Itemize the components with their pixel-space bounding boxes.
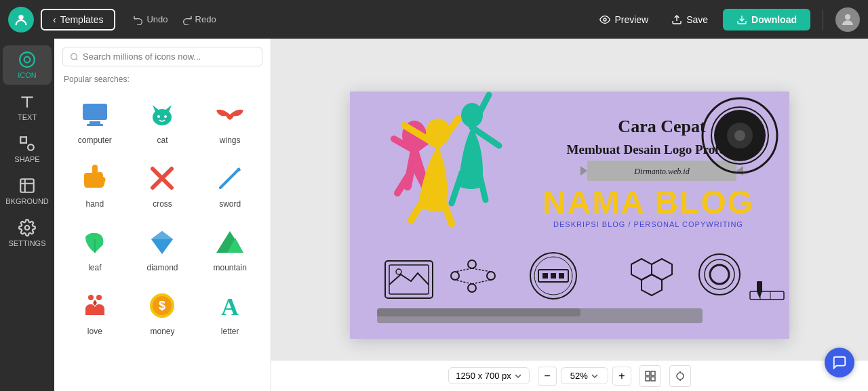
hand-label: hand: [85, 199, 104, 209]
diamond-label: diamond: [146, 263, 178, 272]
svg-rect-98: [377, 308, 580, 316]
sidebar-item-shape[interactable]: SHAPE: [3, 129, 52, 169]
sidebar-item-background[interactable]: BKGROUND: [3, 171, 52, 211]
leaf-icon-img: [78, 225, 112, 259]
zoom-display: 52%: [561, 367, 608, 384]
topbar: ‹ Templates Undo Redo Preview Save Downl…: [0, 0, 868, 39]
svg-point-0: [18, 14, 23, 19]
avatar[interactable]: [835, 7, 860, 32]
icon-cell-cat[interactable]: cat: [129, 89, 197, 153]
fit-button[interactable]: [669, 365, 691, 387]
background-tool-icon: [18, 177, 36, 194]
search-input[interactable]: [83, 52, 255, 62]
topbar-divider: [823, 9, 823, 30]
svg-rect-102: [651, 377, 655, 381]
icon-cell-wings[interactable]: wings: [196, 89, 264, 153]
letter-icon-img: A: [213, 289, 247, 323]
sidebar-item-text[interactable]: TEXT: [3, 87, 52, 127]
svg-line-25: [220, 170, 238, 188]
icon-cell-cross[interactable]: cross: [129, 153, 197, 217]
svg-point-68: [734, 130, 745, 141]
money-label: money: [150, 327, 174, 336]
svg-point-33: [96, 295, 102, 300]
computer-label: computer: [78, 136, 112, 145]
preview-label: Preview: [614, 14, 648, 25]
sidebar-item-background-label: BKGROUND: [5, 197, 49, 205]
diamond-icon-img: [145, 225, 179, 259]
undo-button[interactable]: Undo: [127, 10, 173, 29]
svg-point-4: [845, 14, 850, 20]
sword-icon-img: [213, 161, 247, 195]
svg-rect-95: [757, 281, 762, 291]
icon-cell-leaf[interactable]: leaf: [61, 217, 129, 281]
text-tool-icon: [18, 93, 36, 110]
search-input-wrap[interactable]: [62, 47, 262, 66]
icon-cell-mountain[interactable]: mountain: [196, 217, 264, 281]
search-bar: [54, 39, 271, 72]
love-label: love: [87, 327, 102, 336]
grid-button[interactable]: [639, 365, 661, 387]
wings-icon-img: [213, 98, 247, 131]
icon-grid: computer cat wings hand: [54, 89, 271, 351]
canvas-wrapper[interactable]: Cara Cepat Membuat Desain Logo Profesion…: [350, 91, 789, 339]
icon-cell-money[interactable]: $ money: [129, 281, 197, 344]
sidebar-item-icon[interactable]: ICON: [3, 45, 52, 85]
templates-label: Templates: [60, 14, 104, 25]
svg-rect-16: [90, 121, 100, 124]
sidebar-item-settings[interactable]: SETTINGS: [3, 213, 52, 253]
icon-tool-icon: [18, 51, 36, 68]
cat-label: cat: [157, 136, 167, 145]
chat-bubble[interactable]: [825, 348, 854, 377]
undo-label: Undo: [146, 14, 167, 24]
shape-tool-icon: [18, 135, 36, 152]
save-label: Save: [686, 14, 708, 25]
zoom-out-button[interactable]: −: [538, 367, 557, 386]
svg-point-22: [164, 115, 167, 118]
zoom-in-button[interactable]: +: [612, 367, 631, 386]
icon-cell-diamond[interactable]: diamond: [129, 217, 197, 281]
svg-point-6: [24, 57, 31, 63]
zoom-controls: − 52% +: [538, 367, 631, 386]
sidebar-item-shape-label: SHAPE: [14, 155, 39, 163]
download-button[interactable]: Download: [723, 9, 810, 30]
size-label: 1250 x 700 px: [456, 371, 511, 381]
sidebar-item-text-label: TEXT: [18, 113, 37, 121]
icon-panel: Popular searches: computer cat: [54, 39, 271, 391]
preview-button[interactable]: Preview: [591, 10, 656, 29]
cross-icon-img: [145, 161, 179, 195]
svg-text:Cara Cepat: Cara Cepat: [618, 117, 706, 136]
icon-cell-computer[interactable]: computer: [61, 89, 129, 153]
svg-rect-85: [559, 273, 564, 279]
fit-icon: [675, 371, 686, 382]
svg-point-21: [157, 115, 160, 118]
svg-text:DESKRIPSI BLOG / PERSONAL COPY: DESKRIPSI BLOG / PERSONAL COPYWRITING: [553, 220, 743, 228]
redo-button[interactable]: Redo: [176, 10, 222, 29]
logo[interactable]: [8, 7, 34, 33]
icon-cell-hand[interactable]: hand: [61, 153, 129, 217]
icon-cell-love[interactable]: love: [61, 281, 129, 344]
redo-label: Redo: [195, 14, 216, 24]
svg-point-1: [604, 18, 606, 21]
svg-point-10: [28, 144, 34, 150]
svg-point-12: [25, 226, 30, 230]
sword-label: sword: [219, 199, 241, 209]
svg-rect-15: [83, 104, 107, 120]
svg-marker-29: [151, 231, 173, 239]
svg-text:Dirmanto.web.id: Dirmanto.web.id: [633, 167, 690, 176]
svg-point-103: [677, 373, 684, 379]
mountain-icon-img: [213, 225, 247, 259]
svg-rect-83: [542, 273, 548, 279]
grid-icon: [645, 371, 656, 382]
svg-rect-11: [20, 179, 34, 192]
icon-cell-letter[interactable]: A letter: [196, 281, 264, 344]
money-icon-img: $: [145, 289, 179, 323]
main-area: ICON TEXT SHAPE BKGROUND SETTINGS: [0, 39, 868, 391]
templates-button[interactable]: ‹ Templates: [41, 9, 115, 30]
svg-line-14: [76, 58, 77, 60]
save-button[interactable]: Save: [663, 10, 716, 29]
settings-tool-icon: [18, 219, 36, 236]
icon-cell-sword[interactable]: sword: [196, 153, 264, 217]
svg-point-5: [20, 52, 35, 67]
chevron-down-icon: [514, 372, 522, 380]
size-selector[interactable]: 1250 x 700 px: [448, 367, 530, 384]
